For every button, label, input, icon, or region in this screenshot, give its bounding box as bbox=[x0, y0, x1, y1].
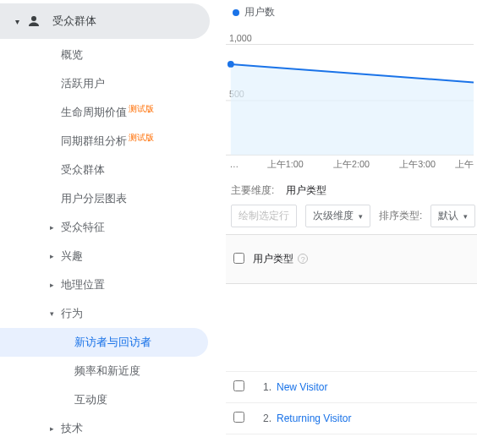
data-point bbox=[228, 61, 234, 68]
sidebar-submenu: 概览 活跃用户 生命周期价值测试版 同期群组分析测试版 受众群体 用户分层图表 … bbox=[0, 39, 220, 445]
sidebar-item-audiences[interactable]: 受众群体 bbox=[0, 156, 220, 184]
x-tick-label: 上午1:00 bbox=[267, 159, 304, 169]
chevron-right-icon: ▸ bbox=[47, 252, 56, 260]
sidebar-item-active-users[interactable]: 活跃用户 bbox=[0, 69, 220, 98]
primary-dimension-row: 主要维度: 用户类型 bbox=[231, 183, 477, 198]
column-header-user-type[interactable]: 用户类型 ? bbox=[253, 235, 477, 284]
chevron-down-icon: ▾ bbox=[359, 212, 363, 221]
x-tick-label: 上午3:00 bbox=[399, 159, 436, 169]
select-all-checkbox[interactable] bbox=[233, 253, 244, 264]
sidebar-item-frequency[interactable]: 频率和新近度 bbox=[0, 357, 220, 385]
sidebar-section-title: 受众群体 bbox=[52, 14, 96, 29]
x-tick-label: 上午4 bbox=[455, 159, 474, 169]
sidebar-item-new-vs-returning[interactable]: 新访者与回访者 bbox=[0, 328, 208, 357]
sidebar-item-demographics[interactable]: ▸受众特征 bbox=[0, 213, 220, 242]
sidebar-item-cohort[interactable]: 同期群组分析测试版 bbox=[0, 127, 220, 156]
chart-legend: 用户数 bbox=[233, 5, 477, 19]
main-content: 用户数 1,000 500 … 上午1:00 上午2:00 上午3:00 上午4… bbox=[220, 0, 477, 448]
chevron-down-icon: ▾ bbox=[463, 212, 468, 221]
row-link-returning-visitor[interactable]: Returning Visitor bbox=[277, 412, 352, 424]
sidebar-item-interests[interactable]: ▸兴趣 bbox=[0, 242, 220, 270]
row-checkbox[interactable] bbox=[233, 412, 244, 423]
row-link-new-visitor[interactable]: New Visitor bbox=[277, 381, 327, 393]
sidebar-item-engagement[interactable]: 互动度 bbox=[0, 385, 220, 414]
primary-dimension-value[interactable]: 用户类型 bbox=[286, 183, 326, 198]
data-table: 用户类型 ? 1.New Visitor 2.Returning Visitor bbox=[226, 235, 477, 434]
table-toolbar: 绘制选定行 次级维度 ▾ 排序类型: 默认 ▾ bbox=[226, 205, 477, 235]
chevron-right-icon: ▸ bbox=[47, 281, 56, 289]
sidebar-section-audience[interactable]: ▾ 受众群体 bbox=[0, 3, 210, 39]
sidebar-item-user-explorer[interactable]: 用户分层图表 bbox=[0, 184, 220, 213]
sidebar-section-attribution[interactable]: 归因 测试版 bbox=[0, 445, 220, 448]
sort-type-dropdown[interactable]: 默认 ▾ bbox=[430, 205, 475, 227]
primary-dimension-label: 主要维度: bbox=[231, 183, 274, 198]
table-row: 2.Returning Visitor bbox=[226, 403, 477, 434]
sidebar-item-overview[interactable]: 概览 bbox=[0, 41, 220, 69]
plot-selected-button[interactable]: 绘制选定行 bbox=[231, 205, 297, 227]
sidebar: ▾ 受众群体 概览 活跃用户 生命周期价值测试版 同期群组分析测试版 受众群体 … bbox=[0, 0, 220, 448]
svg-point-0 bbox=[31, 16, 36, 21]
beta-badge: 测试版 bbox=[129, 103, 154, 115]
chevron-down-icon: ▾ bbox=[12, 17, 22, 26]
chevron-right-icon: ▸ bbox=[47, 424, 56, 433]
sidebar-item-technology[interactable]: ▸技术 bbox=[0, 414, 220, 443]
table-row: 1.New Visitor bbox=[226, 372, 477, 403]
secondary-dimension-dropdown[interactable]: 次级维度 ▾ bbox=[305, 205, 370, 227]
chevron-right-icon: ▸ bbox=[47, 223, 56, 232]
sidebar-item-behavior[interactable]: ▾行为 bbox=[0, 299, 220, 328]
x-tick-label: … bbox=[229, 159, 238, 169]
sidebar-item-geo[interactable]: ▸地理位置 bbox=[0, 270, 220, 299]
sort-type-label: 排序类型: bbox=[379, 209, 422, 223]
line-chart: 1,000 500 … 上午1:00 上午2:00 上午3:00 上午4 bbox=[226, 21, 474, 173]
help-icon[interactable]: ? bbox=[298, 254, 308, 264]
person-icon bbox=[25, 13, 42, 30]
x-tick-label: 上午2:00 bbox=[333, 159, 370, 169]
sidebar-item-ltv[interactable]: 生命周期价值测试版 bbox=[0, 98, 220, 127]
legend-dot-icon bbox=[233, 9, 239, 16]
row-checkbox[interactable] bbox=[233, 380, 244, 391]
y-tick-label: 1,000 bbox=[229, 33, 252, 43]
legend-label: 用户数 bbox=[244, 5, 275, 19]
beta-badge: 测试版 bbox=[129, 132, 154, 144]
chevron-down-icon: ▾ bbox=[47, 309, 56, 318]
